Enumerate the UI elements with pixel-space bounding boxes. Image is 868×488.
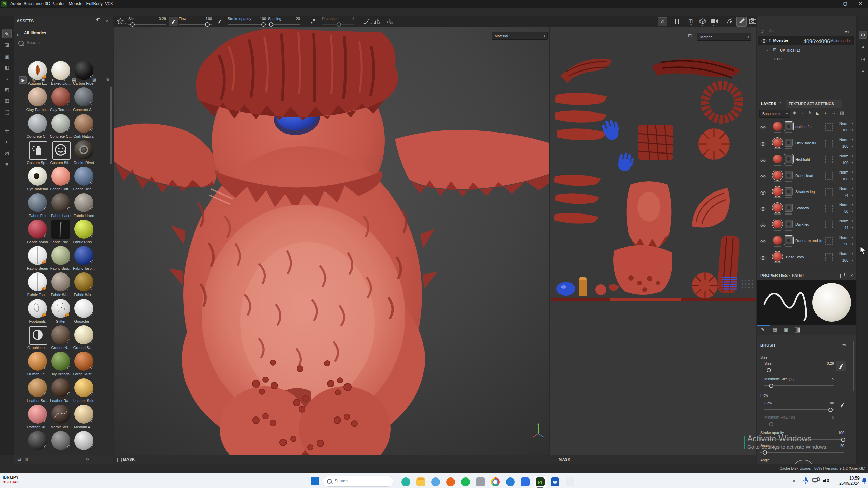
- shading-mode-dropdown-2d[interactable]: Material▾: [697, 33, 751, 41]
- layer-opacity[interactable]: 100: [842, 144, 848, 148]
- uv-grid-toggle-icon[interactable]: ⊞: [688, 33, 692, 38]
- asset-fabric-rips-[interactable]: [74, 220, 93, 239]
- symmetry-toggle-icon[interactable]: [373, 18, 381, 26]
- minimize-button[interactable]: –: [822, 0, 837, 8]
- search-input[interactable]: [26, 40, 105, 45]
- asset-carbon-fiber[interactable]: [74, 61, 93, 80]
- asset-graphic-to-[interactable]: [29, 326, 47, 345]
- reimport-icon[interactable]: ↺: [760, 29, 764, 34]
- grid-view-toggle[interactable]: ⊞: [103, 76, 112, 84]
- asset-thumb[interactable]: [28, 431, 47, 450]
- prop-slider-size[interactable]: Size0.29: [757, 361, 856, 375]
- prop-slider-minimum-size-[interactable]: Minimum Size (%)5: [757, 377, 856, 390]
- close-button[interactable]: ✕: [853, 0, 868, 8]
- asset-eye-material[interactable]: [28, 167, 47, 186]
- layer-opacity[interactable]: 100: [842, 258, 848, 262]
- asset-fabric-nylon[interactable]: [28, 220, 47, 239]
- add-fill-layer-icon[interactable]: ◣: [816, 110, 820, 116]
- toolbar-slider-size[interactable]: Size0.29: [128, 16, 166, 27]
- shelf-view-icon[interactable]: ▤: [17, 457, 21, 461]
- tab-stencil-icon[interactable]: ▣: [784, 327, 788, 332]
- layer-material-thumb[interactable]: [773, 171, 782, 180]
- layer-blend-mode[interactable]: Norm: [839, 203, 848, 207]
- shader-settings-icon[interactable]: ◕: [859, 43, 867, 51]
- layer-row[interactable]: Dark arm and fu...Norm▾96▾: [757, 233, 856, 250]
- layer-row[interactable]: HighlightNorm▾100▾: [757, 152, 856, 168]
- tab-layers[interactable]: LAYERS: [761, 100, 776, 108]
- asset-clay-earthe-[interactable]: [28, 87, 47, 106]
- toolbar-slider-spacing[interactable]: Spacing20: [268, 16, 300, 27]
- asset-concrete-c-[interactable]: [28, 114, 47, 133]
- taskbar-app-microsoft-store[interactable]: [519, 476, 531, 488]
- asset-fabric-lace[interactable]: [51, 193, 70, 212]
- asset-concrete-c-[interactable]: [51, 114, 70, 133]
- add-group-icon[interactable]: ▱: [832, 110, 835, 116]
- visibility-eye-icon[interactable]: [760, 141, 766, 147]
- history-icon[interactable]: ◷: [859, 55, 867, 63]
- prop-slider-flow[interactable]: Flow100: [757, 401, 856, 414]
- smudge-tool[interactable]: ≈: [2, 74, 12, 83]
- taskbar-app-copilot[interactable]: [400, 476, 412, 488]
- falloff-curve-button[interactable]: ▾: [361, 18, 370, 26]
- visibility-eye-icon[interactable]: [760, 206, 766, 212]
- toolbar-slider-stroke-opacity[interactable]: Stroke opacity100: [228, 16, 266, 27]
- texture-set-row[interactable]: T_Monster 4096x4096 Main shader: [758, 36, 854, 45]
- asset-fabric-den-[interactable]: [74, 167, 93, 186]
- asset-large-rust-[interactable]: [74, 352, 93, 371]
- symmetry-tool[interactable]: ⋈: [2, 148, 12, 158]
- layer-material-thumb[interactable]: [773, 122, 782, 131]
- camera-view-icon[interactable]: ▾: [711, 19, 718, 25]
- material-picker-tool[interactable]: ✛: [2, 126, 12, 135]
- layer-mask-thumb[interactable]: [785, 155, 793, 163]
- asset-fabric-linen[interactable]: [74, 193, 93, 212]
- tab-alpha-icon[interactable]: ▦: [773, 327, 777, 332]
- layer-row[interactable]: Dark legNorm▾44▾: [757, 217, 856, 233]
- asset-ground-sa-[interactable]: [74, 325, 93, 344]
- asset-custom-sp-[interactable]: [29, 141, 47, 160]
- layer-row[interactable]: Dark HeadNorm▾100▾: [757, 168, 856, 185]
- visibility-eye-icon[interactable]: [760, 158, 766, 164]
- tray-clock[interactable]: 10:59 26/09/2024: [832, 476, 860, 486]
- layer-mask-thumb[interactable]: [785, 187, 793, 196]
- polygon-fill-tool[interactable]: ◧: [2, 63, 12, 72]
- layer-opacity[interactable]: 74: [844, 193, 848, 197]
- assets-scrollbar[interactable]: [110, 86, 112, 164]
- asset-ground-n-[interactable]: [51, 325, 70, 344]
- paint-tool[interactable]: ✎: [2, 29, 12, 38]
- asset-cork-natural[interactable]: [74, 114, 93, 133]
- mask-checkbox-3d[interactable]: [117, 458, 122, 462]
- tab-brush-icon[interactable]: ✎: [761, 327, 765, 332]
- selection-disabled-icon[interactable]: ⊘: [658, 17, 667, 26]
- asset-clay-terrac-[interactable]: [51, 87, 70, 106]
- camera-cube-icon[interactable]: ▾: [699, 18, 706, 26]
- maximize-button[interactable]: ▢: [837, 0, 853, 8]
- visibility-eye-icon[interactable]: [760, 174, 766, 180]
- notification-bell-icon[interactable]: [861, 477, 867, 485]
- stencil-shape-button[interactable]: ▾: [116, 18, 126, 26]
- layer-material-thumb[interactable]: [773, 236, 782, 245]
- layer-row[interactable]: Dark side furNorm▾100▾: [757, 136, 856, 152]
- delete-layer-icon[interactable]: ▥: [840, 110, 844, 116]
- taskbar-app-snipping-tool[interactable]: [475, 476, 486, 488]
- asset-thumb[interactable]: [74, 431, 93, 450]
- layer-row[interactable]: ShadowNorm▾50▾: [757, 201, 856, 217]
- layer-material-thumb[interactable]: [773, 138, 782, 147]
- layer-blend-mode[interactable]: Norm: [839, 251, 848, 256]
- add-smart-mask-icon[interactable]: ◔: [801, 110, 803, 116]
- taskbar-app-edge[interactable]: [505, 476, 516, 488]
- close-icon[interactable]: ×: [850, 273, 853, 278]
- layer-material-thumb[interactable]: [773, 155, 782, 163]
- asset-fabric-wo-[interactable]: [74, 272, 93, 291]
- brush-tip-button[interactable]: [169, 17, 178, 26]
- asset-concrete-a-[interactable]: [74, 87, 93, 106]
- clone-tool[interactable]: ◩: [2, 85, 12, 94]
- add-asset-icon[interactable]: +: [105, 457, 107, 461]
- layer-mask-thumb[interactable]: [785, 204, 793, 212]
- tray-chevron-icon[interactable]: ∧: [793, 478, 795, 483]
- tab-material-icon[interactable]: [795, 327, 800, 333]
- asset-custom-sti-[interactable]: [52, 141, 71, 160]
- layer-material-thumb[interactable]: [773, 187, 782, 196]
- library-chevron-icon[interactable]: ▸: [17, 31, 19, 37]
- layer-row[interactable]: outline furNorm▾100▾: [757, 119, 856, 136]
- taskbar-app-file-explorer[interactable]: [415, 476, 427, 488]
